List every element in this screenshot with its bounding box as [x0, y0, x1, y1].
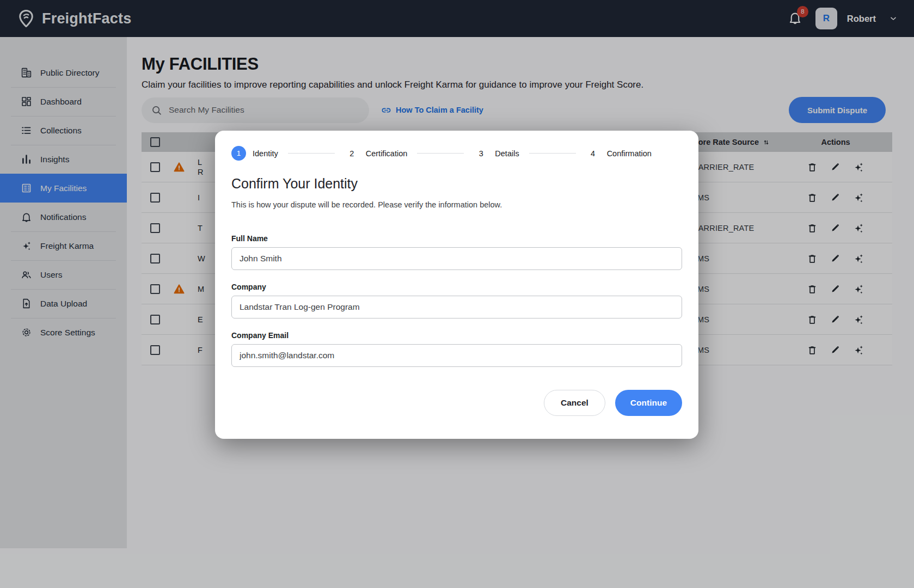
step-label: Details — [495, 149, 519, 158]
step-label: Certification — [366, 149, 408, 158]
full-name-input[interactable] — [231, 247, 682, 270]
stepper: 1Identity2Certification3Details4Confirma… — [231, 146, 682, 161]
modal-description: This is how your dispute will be recorde… — [231, 200, 682, 209]
step-connector — [288, 153, 335, 154]
continue-button[interactable]: Continue — [615, 390, 682, 416]
step-number: 1 — [231, 146, 246, 161]
step-confirmation[interactable]: 4Confirmation — [586, 146, 652, 161]
step-identity[interactable]: 1Identity — [231, 146, 278, 161]
company-input[interactable] — [231, 296, 682, 318]
step-details[interactable]: 3Details — [474, 146, 519, 161]
company-label: Company — [231, 283, 682, 291]
modal-footer: Cancel Continue — [231, 390, 682, 416]
step-number: 4 — [586, 146, 600, 161]
company-email-input[interactable] — [231, 344, 682, 367]
step-number: 3 — [474, 146, 488, 161]
modal-title: Confirm Your Identity — [231, 176, 682, 192]
dispute-modal: 1Identity2Certification3Details4Confirma… — [215, 131, 698, 439]
step-label: Confirmation — [607, 149, 652, 158]
company-email-label: Company Email — [231, 331, 682, 340]
step-number: 2 — [345, 146, 359, 161]
step-connector — [417, 153, 464, 154]
full-name-label: Full Name — [231, 234, 682, 243]
cancel-button[interactable]: Cancel — [544, 390, 605, 416]
step-connector — [529, 153, 576, 154]
step-label: Identity — [253, 149, 278, 158]
step-certification[interactable]: 2Certification — [345, 146, 408, 161]
